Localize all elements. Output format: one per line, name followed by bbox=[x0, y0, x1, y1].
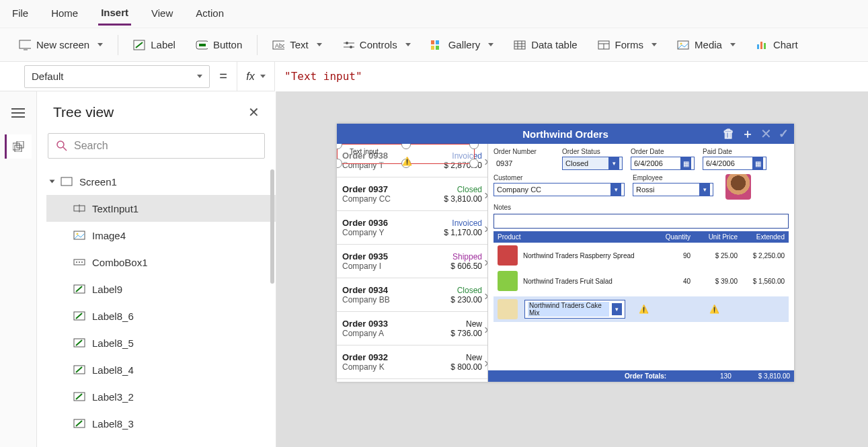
svg-line-51 bbox=[76, 340, 82, 346]
customer-dropdown[interactable]: Company CC▾ bbox=[494, 183, 625, 196]
svg-rect-0 bbox=[19, 40, 31, 48]
product-row[interactable]: Northwind Traders Raspberry Spread 90 $ … bbox=[494, 243, 789, 268]
tree-item-label8-6[interactable]: Label8_6 bbox=[46, 302, 276, 329]
cancel-icon[interactable]: ✕ bbox=[760, 126, 772, 142]
notes-input[interactable] bbox=[494, 214, 789, 229]
label-icon bbox=[73, 365, 85, 374]
new-product-dropdown[interactable]: Northwind Traders Cake Mix▾ bbox=[524, 300, 625, 319]
combobox-icon bbox=[73, 257, 85, 267]
tree-item-label8-5[interactable]: Label8_5 bbox=[46, 329, 276, 356]
label-button[interactable]: Label bbox=[124, 35, 185, 55]
property-selector[interactable]: Default bbox=[24, 65, 210, 88]
order-list-item[interactable]: Order 0937Company CC Closed$ 3,810.00 › bbox=[337, 177, 487, 211]
totals-label: Order Totals: bbox=[625, 372, 666, 380]
menu-bar: File Home Insert View Action bbox=[0, 0, 868, 28]
employee-dropdown[interactable]: Rossi▾ bbox=[633, 183, 713, 196]
canvas[interactable]: Northwind Orders 🗑 ＋ ✕ ✓ Text input bbox=[276, 91, 868, 447]
chart-label: Chart bbox=[773, 39, 798, 50]
product-price: $ 39.00 bbox=[691, 278, 738, 285]
tree-item-image4[interactable]: Image4 bbox=[46, 222, 276, 249]
paid-date-picker[interactable]: 6/4/2006▦ bbox=[703, 157, 766, 170]
order-list-item[interactable]: Order 0936Company Y Invoiced$ 1,170.00 › bbox=[337, 211, 487, 245]
order-status: New bbox=[466, 319, 482, 329]
order-list-item[interactable]: Order 0935Company I Shipped$ 606.50 › bbox=[337, 245, 487, 278]
property-name: Default bbox=[32, 71, 64, 82]
resize-handle[interactable] bbox=[337, 144, 342, 149]
menu-file[interactable]: File bbox=[9, 3, 31, 24]
close-icon[interactable]: ✕ bbox=[248, 104, 260, 120]
tree-item-label8-3[interactable]: Label8_3 bbox=[46, 410, 276, 437]
app-preview: Northwind Orders 🗑 ＋ ✕ ✓ Text input bbox=[337, 124, 794, 382]
forms-button[interactable]: Forms bbox=[588, 35, 667, 55]
svg-rect-5 bbox=[199, 44, 206, 46]
order-number: Order 0935 bbox=[342, 251, 388, 261]
menu-action[interactable]: Action bbox=[193, 3, 227, 24]
selected-textinput-overlay[interactable]: Text input ⚠️ bbox=[337, 144, 475, 164]
button-button[interactable]: Button bbox=[186, 35, 251, 55]
tree-view-rail-button[interactable] bbox=[5, 134, 32, 159]
svg-rect-34 bbox=[15, 145, 22, 152]
caret-icon bbox=[50, 180, 55, 184]
tree-screen-node[interactable]: Screen1 bbox=[46, 168, 276, 195]
scrollbar[interactable] bbox=[270, 169, 274, 284]
product-qty: 90 bbox=[650, 252, 691, 259]
label-icon bbox=[73, 392, 85, 401]
controls-button[interactable]: Controls bbox=[333, 35, 420, 55]
plus-icon[interactable]: ＋ bbox=[742, 126, 754, 142]
order-number: Order 0936 bbox=[342, 218, 388, 228]
warning-icon: ⚠️ bbox=[402, 157, 412, 166]
order-list-item[interactable]: Order 0934Company BB Closed$ 230.00 › bbox=[337, 278, 487, 312]
order-list[interactable]: Text input ⚠️ Order 0938Company T Invoic… bbox=[337, 144, 488, 382]
media-button[interactable]: Media bbox=[668, 35, 745, 55]
text-button[interactable]: Abc Text bbox=[263, 35, 331, 55]
order-price: $ 230.00 bbox=[450, 295, 482, 304]
trash-icon[interactable]: 🗑 bbox=[723, 127, 735, 141]
chart-button[interactable]: Chart bbox=[746, 35, 807, 55]
order-list-item[interactable]: Order 0933Company A New$ 736.00 › bbox=[337, 312, 487, 346]
tree-item-combobox1[interactable]: ComboBox1 bbox=[46, 249, 276, 276]
svg-rect-32 bbox=[13, 143, 19, 150]
formula-input[interactable]: "Text input" bbox=[274, 62, 868, 91]
svg-line-57 bbox=[76, 421, 82, 426]
fx-button[interactable]: fx bbox=[237, 62, 274, 91]
product-name: Northwind Traders Fruit Salad bbox=[523, 278, 650, 285]
order-number: Order 0933 bbox=[342, 319, 388, 329]
svg-rect-12 bbox=[431, 40, 434, 44]
svg-line-3 bbox=[136, 42, 143, 48]
forms-label: Forms bbox=[615, 39, 644, 50]
tree-item-textinput1[interactable]: TextInput1 bbox=[46, 195, 276, 222]
order-list-item[interactable]: Order 0932Company K New$ 800.00 › bbox=[337, 346, 487, 379]
hamburger-button[interactable] bbox=[5, 101, 32, 125]
controls-icon bbox=[342, 39, 354, 51]
search-placeholder: Search bbox=[74, 140, 108, 152]
svg-rect-28 bbox=[764, 43, 766, 49]
tree-item-label3-2[interactable]: Label3_2 bbox=[46, 383, 276, 410]
order-company: Company K bbox=[342, 362, 388, 372]
order-company: Company A bbox=[342, 329, 388, 338]
media-icon bbox=[677, 39, 689, 51]
product-row[interactable]: Northwind Traders Fruit Salad 40 $ 39.00… bbox=[494, 268, 789, 294]
check-icon[interactable]: ✓ bbox=[779, 126, 789, 141]
gallery-button[interactable]: Gallery bbox=[422, 35, 504, 55]
tree-view-panel: Tree view ✕ Search Screen1 TextInput1 Im… bbox=[37, 91, 276, 447]
tree-item-label8-4[interactable]: Label8_4 bbox=[46, 356, 276, 383]
new-screen-button[interactable]: New screen bbox=[9, 35, 112, 55]
order-totals-bar: Order Totals: 130 $ 3,810.00 bbox=[488, 370, 794, 382]
chart-icon bbox=[756, 39, 768, 51]
order-status: Closed bbox=[457, 286, 482, 295]
order-status-dropdown[interactable]: Closed▾ bbox=[562, 157, 623, 170]
resize-handle[interactable] bbox=[401, 144, 411, 149]
order-date-picker[interactable]: 6/4/2006▦ bbox=[631, 157, 695, 170]
tree-search-input[interactable]: Search bbox=[48, 133, 265, 159]
tree-item-label9[interactable]: Label9 bbox=[46, 276, 276, 302]
menu-view[interactable]: View bbox=[149, 3, 175, 24]
svg-rect-33 bbox=[17, 141, 24, 148]
svg-rect-26 bbox=[757, 44, 759, 49]
tree-item-label: ComboBox1 bbox=[92, 257, 148, 268]
menu-insert[interactable]: Insert bbox=[98, 3, 131, 26]
data-table-button[interactable]: Data table bbox=[504, 35, 586, 55]
chevron-down-icon bbox=[317, 43, 322, 46]
menu-home[interactable]: Home bbox=[48, 3, 81, 24]
resize-handle[interactable] bbox=[469, 159, 479, 168]
col-product: Product bbox=[498, 233, 650, 241]
